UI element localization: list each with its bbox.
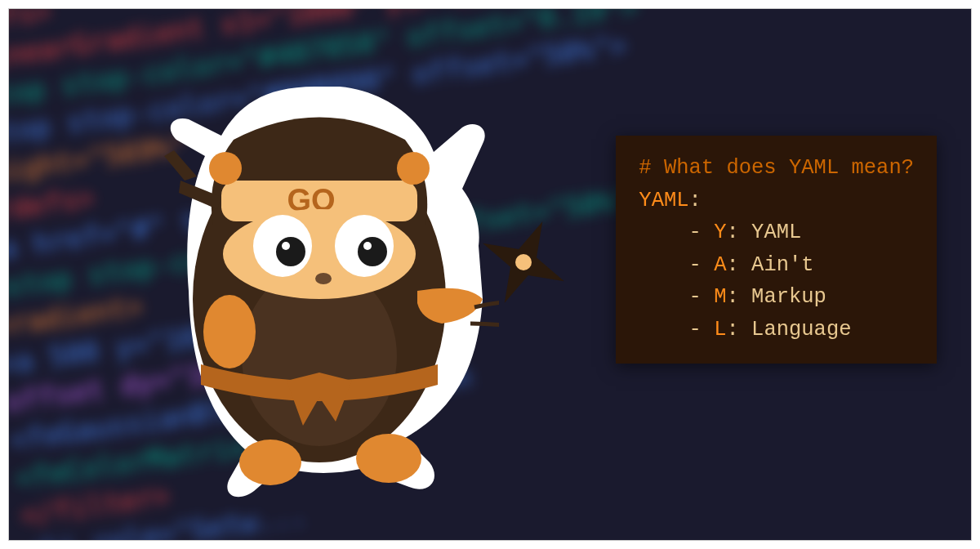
yaml-root-key: YAML — [639, 189, 688, 212]
yaml-entry: - L: Language — [639, 314, 914, 346]
svg-point-5 — [397, 152, 430, 185]
svg-point-13 — [315, 273, 332, 284]
svg-point-14 — [203, 295, 256, 368]
svg-point-15 — [239, 440, 301, 485]
svg-point-11 — [282, 242, 290, 250]
go-ninja-gopher-icon: GO — [140, 62, 499, 503]
shuriken-icon — [474, 213, 572, 311]
yaml-entry: - Y: YAML — [639, 216, 914, 249]
yaml-entry: - A: Ain't — [639, 249, 914, 282]
yaml-entry: - M: Markup — [639, 281, 914, 314]
svg-point-16 — [356, 434, 421, 483]
svg-point-17 — [515, 254, 532, 270]
illustration-frame: <defs> <linearGradient x1="1000" y1="15"… — [8, 8, 972, 541]
svg-point-12 — [363, 242, 372, 250]
svg-point-9 — [276, 237, 305, 266]
yaml-code-box: # What does YAML mean? YAML: - Y: YAML -… — [616, 136, 937, 364]
yaml-comment: # What does YAML mean? — [639, 156, 914, 180]
svg-point-4 — [209, 152, 242, 185]
svg-point-10 — [358, 237, 387, 266]
